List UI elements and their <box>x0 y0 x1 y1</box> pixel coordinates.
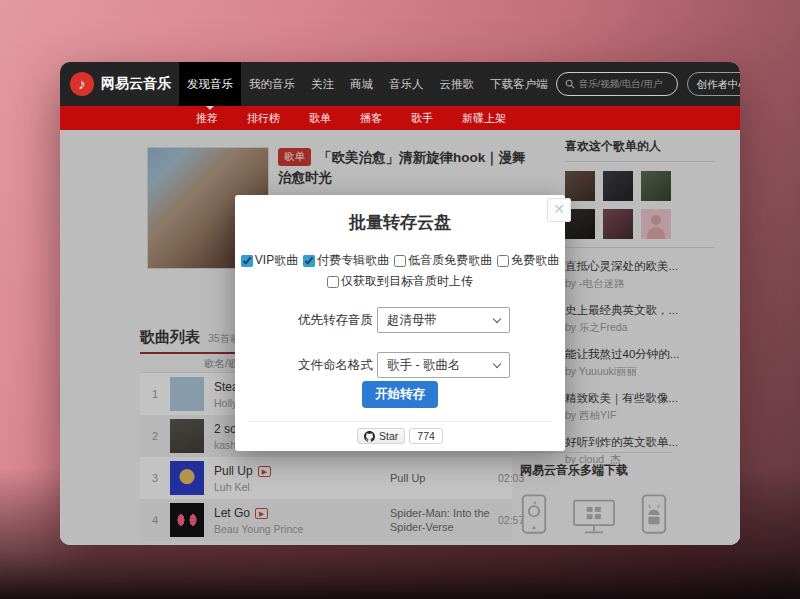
creator-center-button[interactable]: 创作者中心 <box>687 72 741 96</box>
desktop-background: ♪ 网易云音乐 发现音乐 我的音乐 关注 商城 音乐人 云推歌 下载客户端 音乐… <box>0 0 800 599</box>
close-icon[interactable]: ✕ <box>547 198 571 222</box>
modal-divider <box>248 421 552 422</box>
browser-window: ♪ 网易云音乐 发现音乐 我的音乐 关注 商城 音乐人 云推歌 下载客户端 音乐… <box>60 62 740 545</box>
search-input[interactable]: 音乐/视频/电台/用户 <box>556 72 678 96</box>
nav-download-client[interactable]: 下载客户端 <box>482 62 556 106</box>
search-placeholder: 音乐/视频/电台/用户 <box>579 78 663 91</box>
nav-musician[interactable]: 音乐人 <box>381 62 432 106</box>
checkbox-low-quality-free[interactable]: 低音质免费歌曲 <box>394 252 492 269</box>
checkbox-vip-songs[interactable]: VIP歌曲 <box>241 252 298 269</box>
naming-select[interactable]: 歌手 - 歌曲名 <box>377 352 510 378</box>
quality-select[interactable]: 超清母带 <box>377 307 510 333</box>
subnav-bar: 推荐 排行榜 歌单 播客 歌手 新碟上架 <box>60 106 740 130</box>
vip-songs-checkbox[interactable] <box>241 255 253 267</box>
github-star-button[interactable]: Star <box>357 428 405 444</box>
naming-label: 文件命名格式 <box>298 357 373 374</box>
naming-form-row: 文件命名格式 歌手 - 歌曲名 <box>235 352 565 378</box>
subnav-playlists[interactable]: 歌单 <box>309 111 331 126</box>
main-nav: 发现音乐 我的音乐 关注 商城 音乐人 云推歌 下载客户端 <box>179 62 556 106</box>
nav-store[interactable]: 商城 <box>342 62 381 106</box>
free-songs-checkbox[interactable] <box>497 255 509 267</box>
only-target-quality-checkbox[interactable] <box>327 276 339 288</box>
netease-logo-icon[interactable]: ♪ <box>70 72 94 96</box>
checkbox-paid-album-songs[interactable]: 付费专辑歌曲 <box>303 252 389 269</box>
brand-name: 网易云音乐 <box>101 75 171 93</box>
subnav-recommend[interactable]: 推荐 <box>196 111 218 126</box>
upload-condition-checkbox-row: 仅获取到目标音质时上传 <box>235 273 565 290</box>
checkbox-free-songs[interactable]: 免费歌曲 <box>497 252 559 269</box>
quality-label: 优先转存音质 <box>298 312 373 329</box>
checkbox-only-target-quality[interactable]: 仅获取到目标音质时上传 <box>327 273 473 290</box>
modal-title: 批量转存云盘 <box>235 211 565 234</box>
nav-my-music[interactable]: 我的音乐 <box>241 62 303 106</box>
nav-follow[interactable]: 关注 <box>303 62 342 106</box>
subnav-artists[interactable]: 歌手 <box>411 111 433 126</box>
search-icon <box>565 79 575 89</box>
quality-form-row: 优先转存音质 超清母带 <box>235 307 565 333</box>
github-star-count[interactable]: 774 <box>409 428 443 444</box>
site-header: ♪ 网易云音乐 发现音乐 我的音乐 关注 商城 音乐人 云推歌 下载客户端 音乐… <box>60 62 740 106</box>
nav-cloud-push[interactable]: 云推歌 <box>432 62 483 106</box>
subnav-new-albums[interactable]: 新碟上架 <box>462 111 506 126</box>
nav-discover-music[interactable]: 发现音乐 <box>179 62 241 106</box>
low-quality-free-checkbox[interactable] <box>394 255 406 267</box>
github-widget: Star 774 <box>235 428 565 444</box>
paid-album-checkbox[interactable] <box>303 255 315 267</box>
subnav-ranking[interactable]: 排行榜 <box>247 111 280 126</box>
start-transfer-button[interactable]: 开始转存 <box>362 381 438 408</box>
github-icon <box>364 431 375 442</box>
song-type-checkbox-row: VIP歌曲 付费专辑歌曲 低音质免费歌曲 免费歌曲 <box>235 252 565 269</box>
batch-transfer-modal: ✕ 批量转存云盘 VIP歌曲 付费专辑歌曲 低音质免费歌曲 免费歌曲 <box>235 195 565 451</box>
subnav-podcast[interactable]: 播客 <box>360 111 382 126</box>
